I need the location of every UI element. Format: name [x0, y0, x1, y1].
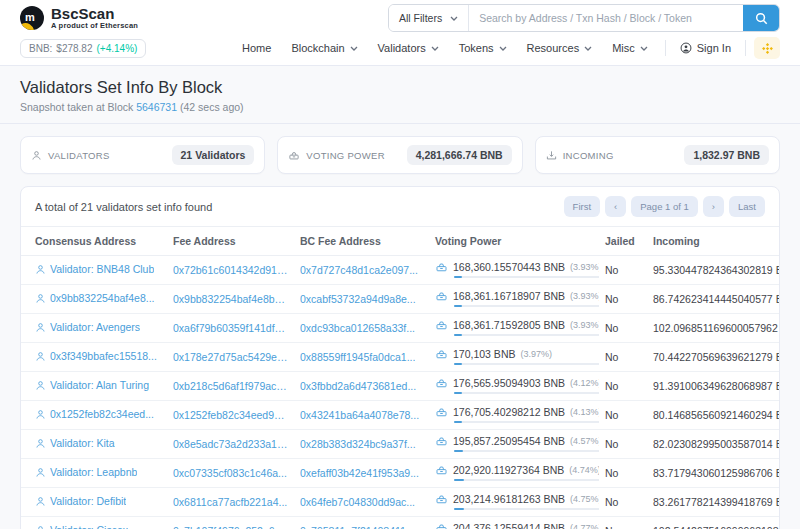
voting-power-stat-value: 4,281,666.74 BNB: [407, 145, 512, 165]
search-filter-dropdown[interactable]: All Filters: [389, 5, 469, 31]
vote-icon: [435, 348, 448, 360]
search-button[interactable]: [743, 5, 779, 31]
bc-fee-address-link[interactable]: 0x43241ba64a4078e78...: [300, 409, 419, 421]
fee-address-link-text: 0xb218c5d6af1f979ac4...: [173, 380, 288, 392]
search-icon: [755, 12, 768, 25]
consensus-address-link[interactable]: Validator: Avengers: [35, 321, 140, 333]
pagination-status: Page 1 of 1: [631, 196, 698, 217]
binance-chain-button[interactable]: [754, 37, 780, 59]
nav-item-home[interactable]: Home: [233, 38, 280, 58]
vote-icon: [435, 464, 448, 476]
fee-address-link[interactable]: 0x7b107f4976a252a69...: [173, 525, 288, 529]
fee-address-link[interactable]: 0x72b61c6014342d914...: [173, 264, 288, 276]
bc-fee-address-link[interactable]: 0x64feb7c04830dd9ac...: [300, 496, 415, 508]
user-icon: [35, 351, 46, 362]
vote-icon: [435, 522, 448, 529]
voting-power-value: 170,103 BNB: [453, 348, 515, 360]
fee-address-link[interactable]: 0xa6f79b60359f141df9...: [173, 322, 288, 334]
voting-power-value: 168,360.15570443 BNB: [453, 261, 565, 273]
search-input[interactable]: [469, 5, 743, 31]
bc-fee-address-link[interactable]: 0x795811a7f21408411...: [300, 525, 415, 529]
col-bc-fee-address: BC Fee Address: [294, 227, 429, 256]
table-row: Validator: BNB48 Club0x72b61c6014342d914…: [21, 256, 779, 285]
voting-power-bar: [454, 421, 599, 423]
nav-item-blockchain[interactable]: Blockchain: [282, 38, 366, 58]
stats-row: VALIDATORS 21 Validators VOTING POWER 4,…: [20, 136, 780, 174]
nav-bar: BNB: $278.82 (+4.14%) HomeBlockchainVali…: [0, 34, 800, 66]
incoming-value: 102.544267516999963108 BNB: [647, 517, 779, 529]
bnb-price-chip[interactable]: BNB: $278.82 (+4.14%): [20, 39, 146, 58]
fee-address-link[interactable]: 0x9bb832254baf4e8b4...: [173, 293, 288, 305]
consensus-address-link[interactable]: 0x1252feb82c34eed...: [35, 408, 154, 420]
voting-power-value: 176,565.95094903 BNB: [453, 377, 565, 389]
consensus-address-link[interactable]: Validator: Alan Turing: [35, 379, 149, 391]
bc-fee-address-link[interactable]: 0x3fbbd2a6d473681ed...: [300, 380, 416, 392]
consensus-address-link[interactable]: 0x3f349bbafec15518...: [35, 350, 157, 362]
block-number-link[interactable]: 5646731: [136, 101, 177, 113]
nav-item-tokens[interactable]: Tokens: [450, 38, 516, 58]
bc-fee-address-link[interactable]: 0xdc93bca012658a33f...: [300, 322, 415, 334]
bc-fee-address-link[interactable]: 0x88559ff1945fa0dca1...: [300, 351, 415, 363]
fee-address-link[interactable]: 0x1252feb82c34eed90...: [173, 409, 288, 421]
voting-power-value: 176,705.40298212 BNB: [453, 406, 565, 418]
col-fee-address: Fee Address: [167, 227, 294, 256]
fee-address-link-text: 0xa6f79b60359f141df9...: [173, 322, 288, 334]
consensus-address-link-text: Validator: BNB48 Club: [50, 263, 154, 275]
bc-fee-address-link[interactable]: 0x28b383d324bc9a37f...: [300, 438, 416, 450]
user-circle-icon: [680, 42, 692, 54]
chevron-down-icon: [584, 46, 592, 51]
fee-address-link[interactable]: 0x6811ca77acfb221a4...: [173, 496, 287, 508]
user-icon: [35, 467, 46, 478]
nav-item-resources[interactable]: Resources: [518, 38, 602, 58]
fee-address-link-text: 0x9bb832254baf4e8b4...: [173, 293, 288, 305]
bc-fee-address-link[interactable]: 0xcabf53732a94d9a8e...: [300, 293, 416, 305]
col-incoming: Incoming: [647, 227, 779, 256]
voting-power-bar: [454, 450, 599, 452]
incoming-value: 95.330447824364302819 BNB: [647, 256, 779, 285]
consensus-address-link[interactable]: Validator: BNB48 Club: [35, 263, 154, 275]
table-row: 0x3f349bbafec15518...0x178e27d75ac5429e7…: [21, 343, 779, 372]
header-divider: [0, 123, 800, 124]
pagination-last-button[interactable]: Last: [729, 196, 765, 217]
consensus-address-link-text: 0x9bb832254baf4e8...: [50, 292, 155, 304]
bc-fee-address-link[interactable]: 0x7d727c48d1ca2e097...: [300, 264, 418, 276]
sign-in-button[interactable]: Sign In: [674, 38, 737, 58]
nav-item-validators[interactable]: Validators: [369, 38, 448, 58]
consensus-address-link[interactable]: 0x9bb832254baf4e8...: [35, 292, 155, 304]
voting-power-percent: (4.74%): [569, 465, 599, 475]
bscscan-logo[interactable]: m BscScan A product of Etherscan: [20, 6, 138, 31]
vote-icon: [435, 435, 448, 447]
jailed-value: No: [599, 430, 647, 459]
nav-item-misc[interactable]: Misc: [603, 38, 657, 58]
user-icon: [35, 293, 46, 304]
jailed-value: No: [599, 372, 647, 401]
fee-address-link-text: 0x6811ca77acfb221a4...: [173, 496, 287, 508]
consensus-address-link[interactable]: Validator: Leapbnb: [35, 466, 137, 478]
fee-address-link[interactable]: 0x178e27d75ac5429e7...: [173, 351, 288, 363]
col-voting-power: Voting Power: [429, 227, 599, 256]
consensus-address-link[interactable]: Validator: Defibit: [35, 495, 126, 507]
consensus-address-link[interactable]: Validator: Kita: [35, 437, 115, 449]
bnb-price-value: $278.82: [56, 43, 92, 54]
jailed-value: No: [599, 488, 647, 517]
fee-address-link[interactable]: 0xb218c5d6af1f979ac4...: [173, 380, 288, 392]
fee-address-link-text: 0xc07335cf083c1c46a...: [173, 467, 287, 479]
user-icon: [35, 322, 46, 333]
col-consensus-address: Consensus Address: [21, 227, 167, 256]
pagination-prev-button[interactable]: ‹: [605, 196, 626, 217]
consensus-address-link-text: Validator: Avengers: [50, 321, 140, 333]
voting-power-value: 168,361.16718907 BNB: [453, 290, 565, 302]
fee-address-link[interactable]: 0x8e5adc73a2d233a1b...: [173, 438, 288, 450]
snapshot-age: (42 secs ago): [180, 101, 244, 113]
fee-address-link[interactable]: 0xc07335cf083c1c46a...: [173, 467, 287, 479]
incoming-stat-card: INCOMING 1,832.97 BNB: [535, 136, 780, 174]
voting-power-value: 204,376.12559414 BNB: [453, 522, 565, 529]
consensus-address-link[interactable]: Validator: Ciscox: [35, 524, 128, 529]
bc-fee-address-link[interactable]: 0xefaff03b42e41f953a9...: [300, 467, 419, 479]
table-header-row: Consensus Address Fee Address BC Fee Add…: [21, 227, 779, 256]
voting-power-bar: [454, 508, 599, 510]
voting-power-value: 202,920.11927364 BNB: [453, 464, 564, 476]
pagination-first-button[interactable]: First: [564, 196, 600, 217]
col-jailed: Jailed: [599, 227, 647, 256]
pagination-next-button[interactable]: ›: [703, 196, 724, 217]
